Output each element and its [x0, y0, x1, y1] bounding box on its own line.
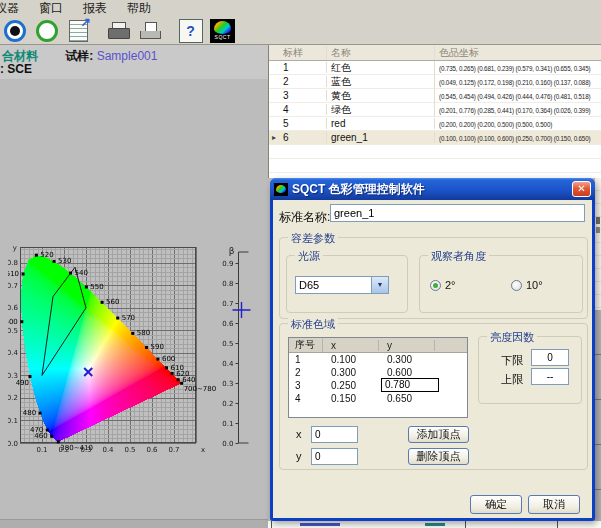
- background-table-row-strip: [268, 521, 601, 528]
- sqct-gamut-icon: SQCT: [210, 19, 235, 43]
- light-source-value: D65: [296, 277, 371, 293]
- column-header-standard: 标样: [279, 46, 327, 60]
- table-row[interactable]: 3 黄色 (0.545, 0.454) (0.494, 0.426) (0.44…: [269, 89, 601, 103]
- column-header-coords: 色品坐标: [435, 46, 601, 60]
- dialog-title-bar[interactable]: SQCT 色彩管理控制软件 ✕: [270, 178, 595, 200]
- row-edit-marker: ▸: [269, 133, 279, 142]
- upper-limit-label: 上限: [501, 372, 523, 387]
- mode-label: : SCE: [0, 62, 32, 76]
- material-label: 合材料: [2, 49, 38, 63]
- table-row[interactable]: 2 蓝色 (0.049, 0.125) (0.172, 0.198) (0.21…: [269, 75, 601, 89]
- background-grid-sliver: [595, 310, 601, 521]
- ok-button[interactable]: 确定: [470, 495, 522, 514]
- export-button[interactable]: [137, 18, 164, 44]
- sqct-button[interactable]: SQCT: [209, 18, 236, 44]
- table-row[interactable]: 4 绿色 (0.201, 0.776) (0.285, 0.441) (0.17…: [269, 103, 601, 117]
- app-window: 仪器 窗口 报表 帮助 ↗ ? SQCT 合材料 试样:: [0, 0, 601, 528]
- vertex-table: 序号 x y 1 0.100 0.300 2 0.300 0.600 3 0.2…: [288, 337, 468, 418]
- y-entry-input[interactable]: 0: [311, 448, 358, 465]
- x-entry-input[interactable]: 0: [311, 426, 358, 443]
- report-icon: ↗: [69, 20, 88, 42]
- sample-label: 试样:: [65, 49, 93, 63]
- sample-name: Sample001: [97, 49, 158, 63]
- observer-angle-label: 观察者角度: [428, 249, 489, 264]
- vertex-y-edit-input[interactable]: 0.780: [381, 378, 439, 392]
- column-header-name: 名称: [327, 46, 435, 60]
- sce-target-icon: [36, 20, 58, 42]
- luminance-group-label: 亮度因数: [487, 330, 537, 345]
- table-row[interactable]: 5 red (0.200, 0.200) (0.200, 0.500) (0.5…: [269, 117, 601, 131]
- radio-10deg[interactable]: [511, 280, 522, 291]
- vertex-row[interactable]: 1 0.100 0.300: [289, 353, 467, 366]
- status-band: [0, 519, 268, 528]
- printer-icon: [108, 22, 129, 40]
- question-mark-icon: ?: [179, 19, 203, 43]
- radio-2deg[interactable]: [430, 280, 441, 291]
- chevron-down-icon[interactable]: ▼: [371, 277, 388, 293]
- light-source-label: 光源: [295, 249, 323, 264]
- help-button[interactable]: ?: [177, 18, 204, 44]
- radio-10deg-label: 10°: [526, 279, 543, 291]
- sqct-app-icon: [274, 183, 288, 196]
- upper-limit-input[interactable]: --: [531, 368, 569, 385]
- report-button[interactable]: ↗: [65, 18, 92, 44]
- standard-name-input[interactable]: green_1: [330, 204, 585, 222]
- color-standard-dialog: SQCT 色彩管理控制软件 ✕ 标准名称: green_1 容差参数 光源 D6…: [270, 178, 595, 521]
- vertex-row[interactable]: 2 0.300 0.600: [289, 366, 467, 379]
- vertex-row[interactable]: 4 0.150 0.650: [289, 392, 467, 405]
- info-bar: 合材料 试样: Sample001 : SCE: [0, 45, 268, 79]
- standards-table-header: 标样 名称 色品坐标: [269, 45, 601, 61]
- table-row-empty[interactable]: [269, 159, 601, 173]
- vertex-table-header: 序号 x y: [289, 338, 467, 353]
- table-row[interactable]: 1 红色 (0.735, 0.265) (0.681, 0.239) (0.57…: [269, 61, 601, 75]
- lower-limit-label: 下限: [501, 353, 523, 368]
- add-vertex-button[interactable]: 添加顶点: [408, 426, 469, 443]
- delete-vertex-button[interactable]: 删除顶点: [408, 448, 469, 465]
- radio-2deg-label: 2°: [445, 279, 456, 291]
- close-icon[interactable]: ✕: [572, 181, 591, 197]
- tolerance-group-label: 容差参数: [288, 231, 338, 246]
- table-row-selected[interactable]: ▸ 6 green_1 (0.100, 0.100) (0.100, 0.600…: [269, 131, 601, 145]
- chromaticity-canvas[interactable]: [8, 238, 266, 476]
- background-table-sliver: [595, 178, 601, 310]
- toolbar: ↗ ? SQCT: [0, 17, 601, 45]
- sce-measure-button[interactable]: [33, 18, 60, 44]
- sci-measure-button[interactable]: [1, 18, 28, 44]
- output-tray-icon: [140, 22, 161, 40]
- x-entry-label: x: [296, 428, 302, 440]
- table-row-empty[interactable]: [269, 145, 601, 159]
- standards-table: 标样 名称 色品坐标 1 红色 (0.735, 0.265) (0.681, 0…: [268, 45, 601, 178]
- menu-item-window[interactable]: 窗口: [39, 0, 63, 17]
- lower-limit-input[interactable]: 0: [531, 349, 569, 366]
- light-source-select[interactable]: D65 ▼: [295, 276, 389, 294]
- print-button[interactable]: [105, 18, 132, 44]
- arrow-up-right-icon: ↗: [80, 15, 91, 30]
- background-mark: [596, 227, 600, 233]
- cancel-button[interactable]: 取消: [528, 495, 580, 514]
- menu-item-instrument[interactable]: 仪器: [0, 0, 19, 17]
- background-mark: [596, 217, 600, 224]
- vertex-row[interactable]: 3 0.250: [289, 379, 467, 392]
- gamut-group-label: 标准色域: [288, 317, 338, 332]
- sci-target-icon: [4, 20, 26, 42]
- y-entry-label: y: [296, 450, 302, 462]
- menu-item-help[interactable]: 帮助: [127, 0, 151, 17]
- standard-name-label: 标准名称:: [279, 209, 330, 226]
- observer-angle-group: 观察者角度: [419, 255, 583, 313]
- dialog-title: SQCT 色彩管理控制软件: [292, 181, 572, 198]
